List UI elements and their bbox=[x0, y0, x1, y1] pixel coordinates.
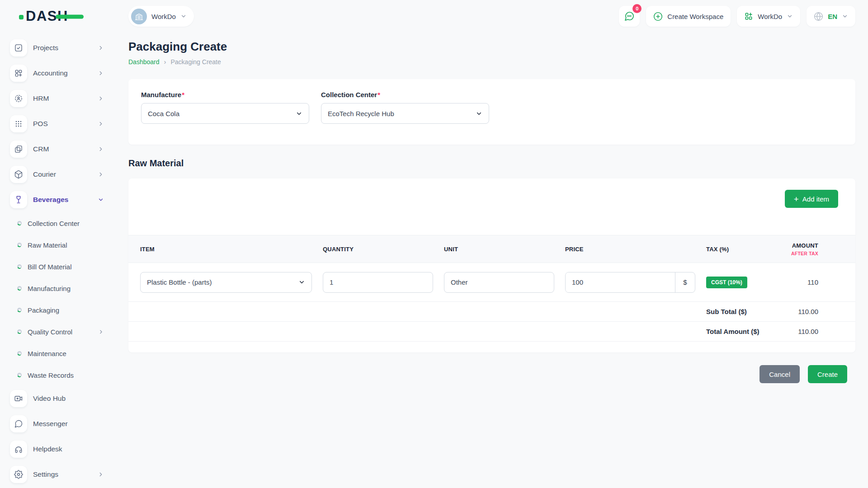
bullet-icon bbox=[17, 351, 22, 356]
sidebar-subitem-label: Quality Control bbox=[28, 328, 72, 336]
bullet-icon bbox=[17, 221, 22, 225]
column-header-item: ITEM bbox=[140, 246, 317, 253]
plus-icon: + bbox=[794, 195, 799, 203]
sidebar-item-pos[interactable]: POS bbox=[0, 111, 116, 136]
bullet-icon bbox=[17, 308, 22, 312]
sidebar-item-quality-control[interactable]: Quality Control bbox=[0, 321, 116, 343]
add-item-label: Add item bbox=[802, 195, 829, 203]
add-item-button[interactable]: + Add item bbox=[785, 190, 838, 208]
create-button[interactable]: Create bbox=[808, 365, 847, 383]
breadcrumb: Dashboard › Packaging Create bbox=[128, 58, 855, 66]
add-item-row: + Add item bbox=[128, 190, 855, 208]
create-workspace-label: Create Workspace bbox=[667, 13, 723, 20]
language-selector[interactable]: EN bbox=[807, 6, 855, 27]
workspace-switcher[interactable]: WorkDo bbox=[128, 6, 194, 27]
sidebar-item-packaging[interactable]: Packaging bbox=[0, 299, 116, 321]
total-amount-row: Total Amount ($) 110.00 bbox=[128, 322, 855, 342]
chevron-down-icon bbox=[98, 197, 104, 203]
price-input[interactable] bbox=[566, 272, 675, 292]
sidebar-item-bill-of-material[interactable]: Bill Of Material bbox=[0, 256, 116, 277]
bullet-icon bbox=[17, 286, 22, 291]
chevron-down-icon bbox=[842, 13, 848, 19]
tax-cell: CGST (10%) bbox=[701, 277, 785, 288]
subtotal-value: 110.00 bbox=[785, 308, 844, 315]
headphones-icon bbox=[10, 441, 27, 458]
bullet-icon bbox=[17, 373, 22, 377]
language-code: EN bbox=[828, 13, 837, 20]
chevron-right-icon bbox=[98, 121, 104, 127]
sidebar-item-projects[interactable]: Projects bbox=[0, 35, 116, 61]
raw-material-card: + Add item ITEM QUANTITY UNIT PRICE TAX … bbox=[128, 178, 855, 352]
table-row: Plastic Bottle - (parts) bbox=[128, 263, 855, 302]
unit-input[interactable] bbox=[444, 272, 554, 293]
manufacture-label: Manufacture* bbox=[141, 91, 309, 99]
globe-icon bbox=[814, 12, 823, 21]
chevron-right-icon bbox=[98, 95, 104, 102]
sidebar-item-label: Video Hub bbox=[33, 394, 66, 403]
sidebar-item-beverages[interactable]: Beverages bbox=[0, 187, 116, 212]
messenger-icon bbox=[10, 415, 27, 432]
amount-cell: 110 bbox=[785, 278, 844, 286]
courier-icon bbox=[10, 166, 27, 183]
bullet-icon bbox=[17, 264, 22, 269]
cancel-button[interactable]: Cancel bbox=[760, 365, 800, 383]
sidebar-item-helpdesk[interactable]: Helpdesk bbox=[0, 436, 116, 462]
create-workspace-button[interactable]: Create Workspace bbox=[646, 6, 731, 27]
plus-circle-icon bbox=[653, 12, 663, 21]
sidebar-item-label: Messenger bbox=[33, 420, 68, 428]
sidebar-item-messenger[interactable]: Messenger bbox=[0, 411, 116, 436]
quantity-input[interactable] bbox=[323, 272, 433, 293]
sidebar-item-maintenance[interactable]: Maintenance bbox=[0, 343, 116, 364]
column-header-unit: UNIT bbox=[439, 246, 560, 253]
sidebar-item-manufacturing[interactable]: Manufacturing bbox=[0, 277, 116, 299]
apps-menu-label: WorkDo bbox=[758, 13, 782, 20]
grid-plus-icon bbox=[744, 12, 753, 21]
collection-center-select[interactable]: EcoTech Recycle Hub bbox=[321, 103, 489, 124]
sidebar-subitem-label: Maintenance bbox=[28, 350, 66, 357]
pos-icon bbox=[10, 115, 27, 132]
workspace-avatar bbox=[131, 9, 147, 24]
table-header-row: ITEM QUANTITY UNIT PRICE TAX (%) AMOUNT … bbox=[128, 235, 855, 263]
sidebar-item-waste-records[interactable]: Waste Records bbox=[0, 364, 116, 386]
sidebar-item-hrm[interactable]: HRM bbox=[0, 86, 116, 111]
subtotal-label: Sub Total ($) bbox=[701, 308, 785, 315]
chevron-right-icon bbox=[98, 171, 104, 178]
sidebar-item-label: Helpdesk bbox=[33, 445, 62, 453]
sidebar-subitem-label: Collection Center bbox=[28, 220, 80, 227]
form-actions: Cancel Create bbox=[128, 365, 855, 383]
messages-button[interactable]: 0 bbox=[619, 6, 640, 27]
collection-center-field-group: Collection Center* EcoTech Recycle Hub bbox=[321, 91, 489, 124]
topbar-main: WorkDo 0 Create Workspace WorkDo bbox=[116, 6, 868, 27]
sidebar-item-video-hub[interactable]: Video Hub bbox=[0, 386, 116, 411]
sidebar-subitem-label: Raw Material bbox=[28, 241, 67, 249]
topbar-right: 0 Create Workspace WorkDo EN bbox=[619, 6, 855, 27]
collection-center-selected-value: EcoTech Recycle Hub bbox=[328, 110, 394, 117]
accounting-icon bbox=[10, 65, 27, 82]
sidebar-subitem-label: Packaging bbox=[28, 306, 59, 314]
bullet-icon bbox=[17, 329, 22, 334]
sidebar-item-collection-center[interactable]: Collection Center bbox=[0, 212, 116, 234]
apps-menu-button[interactable]: WorkDo bbox=[737, 6, 800, 27]
item-selected-value: Plastic Bottle - (parts) bbox=[147, 278, 212, 286]
item-cell: Plastic Bottle - (parts) bbox=[140, 272, 317, 293]
item-select[interactable]: Plastic Bottle - (parts) bbox=[140, 272, 312, 293]
manufacture-field-group: Manufacture* Coca Cola bbox=[141, 91, 309, 124]
sidebar-item-label: CRM bbox=[33, 145, 49, 153]
sidebar-item-courier[interactable]: Courier bbox=[0, 162, 116, 187]
sidebar: Projects Accounting HRM bbox=[0, 33, 116, 488]
page-title: Packaging Create bbox=[128, 40, 855, 54]
sidebar-subitem-label: Manufacturing bbox=[28, 285, 71, 292]
sidebar-item-settings[interactable]: Settings bbox=[0, 462, 116, 487]
column-header-quantity: QUANTITY bbox=[317, 246, 439, 253]
logo-dash-bar-icon bbox=[56, 14, 84, 19]
dash-logo[interactable]: DASH bbox=[19, 8, 68, 24]
manufacture-select[interactable]: Coca Cola bbox=[141, 103, 309, 124]
breadcrumb-dashboard-link[interactable]: Dashboard bbox=[128, 58, 160, 66]
sidebar-item-raw-material[interactable]: Raw Material bbox=[0, 234, 116, 256]
collection-center-label: Collection Center* bbox=[321, 91, 489, 99]
sidebar-item-crm[interactable]: CRM bbox=[0, 136, 116, 162]
sidebar-subitem-label: Bill Of Material bbox=[28, 263, 72, 271]
sidebar-item-label: Beverages bbox=[33, 196, 68, 204]
sidebar-item-accounting[interactable]: Accounting bbox=[0, 61, 116, 86]
sidebar-item-label: Courier bbox=[33, 170, 56, 178]
